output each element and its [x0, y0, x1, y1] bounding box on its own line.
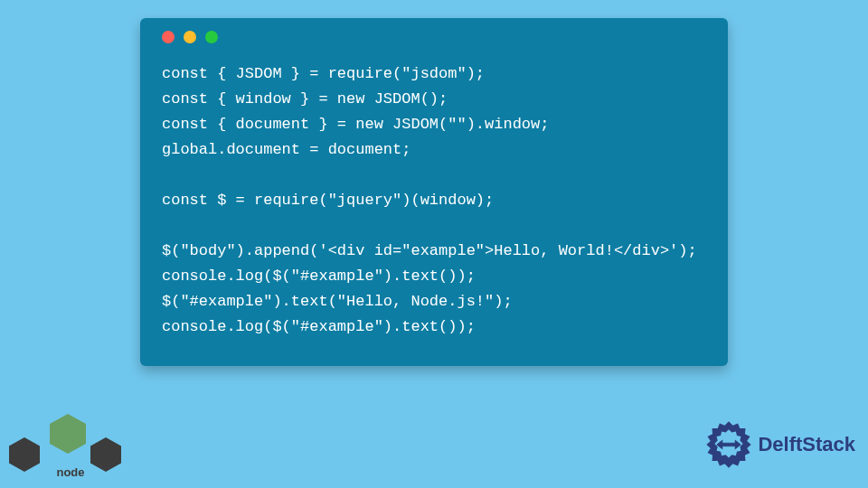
delftstack-gear-icon: [703, 419, 754, 470]
code-window: const { JSDOM } = require("jsdom"); cons…: [140, 18, 728, 366]
node-hexagon-icon: [50, 414, 86, 454]
minimize-icon: [184, 31, 196, 43]
delftstack-logo: DelftStack: [703, 419, 855, 470]
maximize-icon: [205, 31, 218, 43]
code-block: const { JSDOM } = require("jsdom"); cons…: [158, 61, 710, 341]
svg-rect-8: [722, 443, 737, 446]
close-icon: [162, 31, 175, 43]
delftstack-logo-text: DelftStack: [758, 433, 855, 456]
window-controls: [162, 31, 710, 43]
node-logo-text: node: [34, 465, 107, 479]
node-logo: node: [9, 414, 121, 477]
